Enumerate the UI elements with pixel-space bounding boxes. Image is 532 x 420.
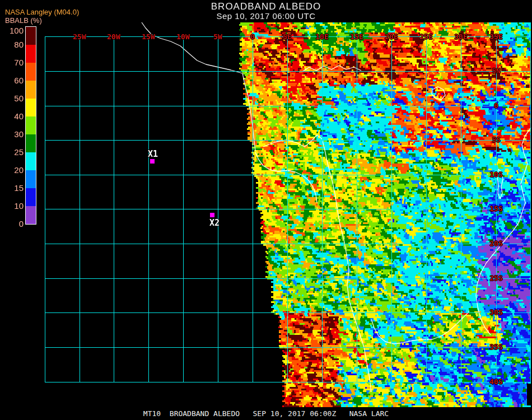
lat-label-40S: 40S xyxy=(484,377,508,386)
lat-label-15S: 15S xyxy=(484,204,508,213)
albedo-colorbar xyxy=(25,26,36,225)
colorbar-tick-0: 0 xyxy=(1,220,24,228)
page-subtitle: Sep 10, 2017 06:00 UTC xyxy=(0,11,532,21)
lon-label-10W: 10W xyxy=(171,32,195,41)
colorbar-segment-green xyxy=(26,134,36,152)
colorbar-tick-25: 25 xyxy=(1,148,24,157)
lon-label-0: 0 xyxy=(240,32,265,41)
lat-label-30S: 30S xyxy=(484,308,508,316)
colorbar-tick-20: 20 xyxy=(1,166,24,175)
lat-label-5S: 5S xyxy=(484,136,508,144)
lat-label-20S: 20S xyxy=(484,239,508,248)
colorbar-segment-darkred xyxy=(26,27,36,45)
lat-label-0: 0 xyxy=(484,101,508,110)
lon-label-20W: 20W xyxy=(101,32,126,41)
marker-label-X1: X1 xyxy=(148,149,158,159)
marker-label-X2: X2 xyxy=(209,218,220,228)
colorbar-tick-10: 10 xyxy=(1,202,24,211)
agency-label: NASA Langley (M04.0) xyxy=(5,8,79,16)
lat-label-5N: 5N xyxy=(484,67,508,75)
marker-square-X1 xyxy=(150,159,155,164)
lon-label-5W: 5W xyxy=(206,32,230,41)
colorbar-segment-red xyxy=(26,45,36,63)
colorbar-tick-30: 30 xyxy=(1,130,24,139)
lon-label-15W: 15W xyxy=(136,32,161,41)
product-label: BBALB (%) xyxy=(5,16,42,25)
lon-label-15E: 15E xyxy=(344,32,369,41)
colorbar-segment-orangered xyxy=(26,63,36,81)
colorbar-tick-50: 50 xyxy=(1,94,24,103)
lat-label-10S: 10S xyxy=(484,170,508,179)
lon-label-20E: 20E xyxy=(379,32,404,41)
colorbar-segment-chartreuse xyxy=(26,116,36,134)
lon-label-25E: 25E xyxy=(414,32,438,41)
lat-label-35S: 35S xyxy=(484,343,508,351)
marker-square-X2 xyxy=(210,213,214,217)
lon-label-10E: 10E xyxy=(310,32,334,41)
footer-status-bar: MT10 BROADBAND ALBEDO SEP 10, 2017 06:00… xyxy=(0,407,532,420)
lon-label-35E: 35E xyxy=(484,32,508,41)
colorbar-segment-purple xyxy=(26,206,36,224)
colorbar-tick-60: 60 xyxy=(1,76,24,85)
colorbar-tick-70: 70 xyxy=(1,58,24,67)
colorbar-tick-40: 40 xyxy=(1,112,24,121)
colorbar-tick-100: 100 xyxy=(1,26,24,35)
colorbar-segment-orange xyxy=(26,81,36,99)
colorbar-segment-cyan xyxy=(26,152,36,170)
colorbar-segment-yellow xyxy=(26,99,36,116)
page-title: BROADBAND ALBEDO xyxy=(0,1,532,12)
colorbar-tick-80: 80 xyxy=(1,40,24,49)
colorbar-tick-15: 15 xyxy=(1,184,24,193)
lon-label-25W: 25W xyxy=(67,32,92,41)
colorbar-segment-dodger xyxy=(26,170,36,188)
albedo-map-canvas xyxy=(0,0,532,420)
lon-label-30E: 30E xyxy=(449,32,473,41)
colorbar-segment-blue xyxy=(26,188,36,206)
lat-label-25S: 25S xyxy=(484,274,508,282)
lon-label-5E: 5E xyxy=(275,32,300,41)
